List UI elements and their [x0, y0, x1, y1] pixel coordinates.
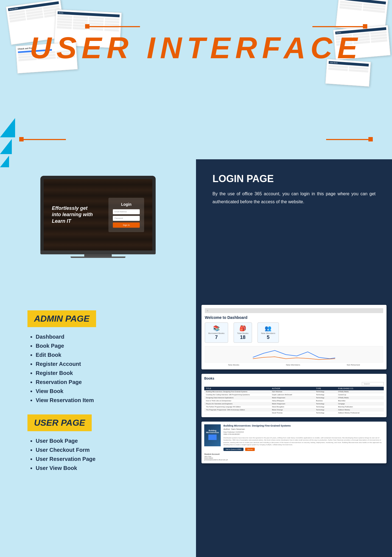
sign-in-button-display: Sign In [113, 222, 140, 228]
borrow-button-display: Borrow [245, 448, 255, 451]
orange-line-left [85, 26, 140, 27]
middle-section: Effortlessly get into learning with Lear… [0, 159, 392, 297]
user-section: USER PAGE User Book Page User Checkout F… [27, 414, 180, 471]
login-page-description: By the use of office 365 account, you ca… [212, 190, 376, 206]
book-detail-screenshot: Building Microservices Building Microser… [201, 422, 387, 463]
laptop-panel: Effortlessly get into learning with Lear… [0, 159, 196, 297]
student-info: Student Account John Doe 2020-00000 john… [204, 453, 384, 461]
book-detail-author: Author: Sam Newman [223, 428, 384, 430]
members-icon: 👥 [261, 325, 275, 332]
borrowed-value: 7 [208, 335, 225, 340]
login-tagline: Effortlessly get into learning with Lear… [52, 205, 96, 224]
triangle-1 [0, 118, 15, 137]
user-page-list: User Book Page User Checkout Form User R… [27, 438, 180, 471]
borrowed-books-stat: 📚 Borrowed Books 7 [205, 322, 228, 343]
orange-square-right [363, 24, 367, 29]
list-item: Reservation Page [36, 379, 180, 385]
admin-section: ADMIN PAGE Dashboard Book Page Edit Book… [27, 310, 180, 403]
list-item: Register Account [36, 361, 180, 367]
laptop-container: Effortlessly get into learning with Lear… [16, 176, 180, 258]
legend-new-books: New Books [228, 364, 239, 366]
password-field-display: Password [113, 216, 140, 221]
background-screenshots: Reservation Books Check out Form Sign In [0, 0, 392, 159]
orange-square-left [85, 24, 89, 29]
login-form-title: Login [113, 202, 140, 207]
header-section: Reservation Books Check out Form Sign In [0, 0, 392, 159]
borrowed-label: Borrowed Books [208, 332, 225, 335]
list-item: User Reservation Page [36, 456, 180, 462]
email-field-display: Email Address [113, 209, 140, 214]
laptop-stand [84, 254, 112, 257]
col-author: AUTHOR [272, 388, 316, 389]
bracket-square-br [368, 137, 373, 141]
dashboard-nav-bar: ≡ [205, 308, 383, 313]
list-item: User View Book [36, 465, 180, 471]
login-description-panel: LOGIN PAGE By the use of office 365 acco… [196, 159, 392, 297]
list-item: User Book Page [36, 438, 180, 444]
col-type: TYPE [316, 388, 338, 389]
col-publishing: PUBLISHING CO. [338, 388, 382, 389]
book-detail-title: Building Microservices: Designing Fine-G… [223, 424, 384, 427]
student-email: johndoe@students.dlsud.edu.ph [204, 459, 384, 461]
table-row: The Pragmatic Programmer: 20th Anniversa… [204, 408, 384, 411]
bracket-line-bottom-left [19, 139, 66, 140]
laptop-screen: Effortlessly get into learning with Lear… [44, 179, 152, 250]
col-title: TITLE [206, 388, 272, 389]
chart-legend: New Books New Members Not Returned [205, 364, 383, 366]
page-main-title: USER INTERFACE [0, 30, 392, 65]
list-item: View Book [36, 388, 180, 394]
admin-page-list: Dashboard Book Page Edit Book Register A… [27, 334, 180, 403]
books-table-header: TITLE AUTHOR TYPE PUBLISHING CO. [204, 387, 384, 390]
login-form: Login Email Address Password Sign In [108, 198, 144, 232]
table-row: How to Think Like an Entrepreneur Adriya… [204, 399, 384, 402]
book-isbn: ISBN: 9781491950357 [223, 433, 384, 435]
add-queue-button-display: Add to Queue of BBS [223, 448, 243, 451]
book-date: Date Published: 01/04/2015 [223, 431, 384, 433]
total-label: Total Books [237, 332, 248, 335]
list-item: User Checkout Form [36, 447, 180, 453]
dashboard-screenshot: ≡ Welcome to Dashboard 📚 Borrowed Books … [201, 305, 387, 369]
book-info: Building Microservices: Designing Fine-G… [223, 424, 384, 451]
legend-new-members: New Members [286, 364, 300, 366]
list-item: Book Page [36, 343, 180, 349]
student-account-label: Student Account [204, 453, 384, 455]
search-box-display: Search [362, 382, 384, 386]
orange-line-right [312, 26, 367, 27]
search-area: Search [204, 382, 384, 386]
dashboard-stats: 📚 Borrowed Books 7 🎒 Total Books 18 👥 Ne… [205, 322, 383, 343]
book-cover-image: Building Microservices [204, 424, 221, 446]
book-cover-text: Building Microservices [204, 428, 221, 442]
book-description: Distributed systems have become more fin… [223, 437, 384, 446]
user-page-badge: USER PAGE [27, 414, 92, 431]
books-table-screenshot: Books Search TITLE AUTHOR TYPE PUBLISHIN… [201, 374, 387, 417]
admin-page-badge: ADMIN PAGE [27, 310, 96, 327]
total-book-icon: 🎒 [237, 325, 248, 332]
members-label: New Members [261, 332, 275, 335]
bottom-left-panel: ADMIN PAGE Dashboard Book Page Edit Book… [0, 297, 196, 557]
table-row: Building Microservices: Designing Fine-G… [204, 390, 384, 393]
login-background: Effortlessly get into learning with Lear… [44, 179, 152, 250]
dashboard-chart [205, 346, 383, 363]
bottom-section: ADMIN PAGE Dashboard Book Page Edit Book… [0, 297, 392, 557]
list-item: Dashboard [36, 334, 180, 340]
book-detail-top: Building Microservices Building Microser… [204, 424, 384, 451]
bracket-line-bottom-right [326, 139, 373, 140]
bracket-square-bl [19, 137, 24, 141]
book-icon: 📚 [208, 325, 225, 332]
laptop: Effortlessly get into learning with Lear… [40, 176, 156, 258]
triangle-3 [0, 156, 9, 167]
table-row: Cracking the Coding Interview: 189 Progr… [204, 393, 384, 396]
books-table-title: Books [204, 377, 384, 380]
book-action-buttons: Add to Queue of BBS Borrow [223, 448, 384, 451]
total-books-stat: 🎒 Total Books 18 [234, 322, 252, 343]
total-value: 18 [237, 335, 248, 340]
list-item: Register Book [36, 370, 180, 376]
members-value: 5 [261, 335, 275, 340]
bottom-right-panel: ≡ Welcome to Dashboard 📚 Borrowed Books … [196, 297, 392, 557]
laptop-foot [71, 257, 125, 258]
dashboard-title: Welcome to Dashboard [205, 315, 383, 320]
laptop-screen-outer: Effortlessly get into learning with Lear… [40, 176, 156, 250]
list-item: View Reservation Item [36, 397, 180, 403]
line-chart [205, 346, 383, 360]
table-row: The Python Programming Language 4th Edit… [204, 405, 384, 408]
